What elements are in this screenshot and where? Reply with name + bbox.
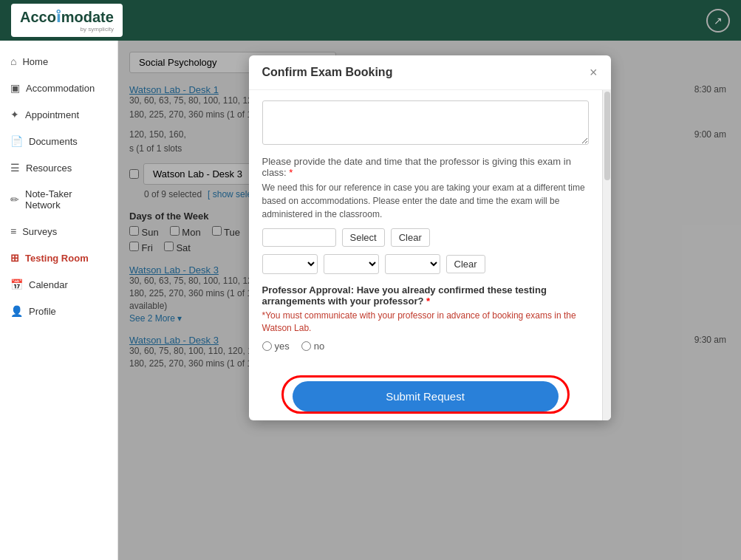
clear-button-2[interactable]: Clear bbox=[446, 255, 485, 273]
hour-select[interactable] bbox=[262, 254, 318, 274]
sidebar-item-label: Documents bbox=[29, 136, 78, 147]
sidebar-item-appointment[interactable]: ✦ Appointment bbox=[0, 101, 117, 128]
note-taker-icon: ✏ bbox=[10, 194, 19, 205]
submit-container: Submit Request bbox=[249, 372, 602, 420]
sidebar-item-surveys[interactable]: ≡ Surveys bbox=[0, 218, 117, 245]
modal-content-area: Please provide the date and time that th… bbox=[249, 90, 602, 420]
ampm-select[interactable] bbox=[385, 254, 440, 274]
logo-sub: by symplicity bbox=[20, 26, 114, 33]
accommodation-icon: ▣ bbox=[10, 82, 20, 94]
appointment-icon: ✦ bbox=[10, 109, 19, 120]
sidebar-item-accommodation[interactable]: ▣ Accommodation bbox=[0, 75, 117, 101]
confirm-exam-modal: Confirm Exam Booking × Please provide th… bbox=[249, 55, 611, 420]
resources-icon: ☰ bbox=[10, 162, 20, 174]
modal-scrollbar-track[interactable] bbox=[602, 90, 611, 420]
documents-icon: 📄 bbox=[10, 135, 23, 147]
minute-select[interactable] bbox=[324, 254, 379, 274]
modal-inner: Please provide the date and time that th… bbox=[249, 90, 611, 420]
modal-close-button[interactable]: × bbox=[590, 66, 598, 79]
radio-row: yes no bbox=[262, 341, 589, 352]
select-button[interactable]: Select bbox=[342, 228, 385, 247]
date-input[interactable] bbox=[262, 228, 336, 247]
sidebar-item-label: Note-Taker Network bbox=[25, 188, 107, 211]
sidebar-item-label: Accommodation bbox=[26, 83, 95, 94]
sidebar-item-home[interactable]: ⌂ Home bbox=[0, 48, 117, 75]
modal-body: Please provide the date and time that th… bbox=[249, 90, 602, 372]
radio-yes[interactable]: yes bbox=[262, 341, 290, 352]
modal-overlay: Confirm Exam Booking × Please provide th… bbox=[118, 41, 741, 560]
sidebar-item-label: Calendar bbox=[29, 279, 68, 290]
sidebar-item-documents[interactable]: 📄 Documents bbox=[0, 128, 117, 154]
required-notice: *You must communicate with your professo… bbox=[262, 310, 589, 335]
required-star: * bbox=[289, 167, 293, 178]
sidebar-item-profile[interactable]: 👤 Profile bbox=[0, 298, 117, 324]
logo: Accoi̊modate by symplicity bbox=[11, 4, 123, 37]
submit-button[interactable]: Submit Request bbox=[293, 381, 559, 412]
professor-section: Professor Approval: Have you already con… bbox=[262, 284, 589, 352]
modal-title: Confirm Exam Booking bbox=[262, 66, 393, 79]
export-icon[interactable]: ↗ bbox=[706, 9, 730, 33]
sidebar: ⌂ Home ▣ Accommodation ✦ Appointment 📄 D… bbox=[0, 41, 118, 560]
sidebar-item-note-taker-network[interactable]: ✏ Note-Taker Network bbox=[0, 181, 117, 218]
profile-icon: 👤 bbox=[10, 305, 23, 317]
exam-info-text: We need this for our reference in case y… bbox=[262, 181, 589, 221]
calendar-icon: 📅 bbox=[10, 279, 23, 290]
modal-textarea[interactable] bbox=[262, 100, 589, 145]
sidebar-item-resources[interactable]: ☰ Resources bbox=[0, 154, 117, 181]
sidebar-item-label: Surveys bbox=[22, 226, 57, 237]
sidebar-item-label: Home bbox=[22, 56, 48, 67]
required-star-2: * bbox=[426, 296, 430, 307]
modal-header: Confirm Exam Booking × bbox=[249, 55, 611, 90]
sidebar-item-calendar[interactable]: 📅 Calendar bbox=[0, 271, 117, 298]
sidebar-item-label: Resources bbox=[26, 163, 72, 174]
logo-text: Accoi̊modate bbox=[20, 9, 114, 25]
home-icon: ⌂ bbox=[10, 55, 16, 67]
exam-date-label: Please provide the date and time that th… bbox=[262, 156, 589, 178]
testing-room-icon: ⊞ bbox=[10, 252, 19, 264]
sidebar-item-label: Testing Room bbox=[25, 253, 89, 264]
time-dropdowns-row: Clear bbox=[262, 254, 589, 274]
sidebar-item-testing-room[interactable]: ⊞ Testing Room bbox=[0, 245, 117, 271]
professor-label: Professor Approval: Have you already con… bbox=[262, 284, 589, 307]
sidebar-item-label: Profile bbox=[29, 306, 56, 317]
surveys-icon: ≡ bbox=[10, 225, 16, 237]
radio-no[interactable]: no bbox=[301, 341, 324, 352]
date-input-row: Select Clear bbox=[262, 228, 589, 247]
modal-scrollbar-thumb[interactable] bbox=[604, 92, 610, 180]
clear-button-1[interactable]: Clear bbox=[391, 228, 430, 247]
sidebar-item-label: Appointment bbox=[25, 109, 79, 120]
app-header: Accoi̊modate by symplicity ↗ bbox=[0, 0, 741, 41]
